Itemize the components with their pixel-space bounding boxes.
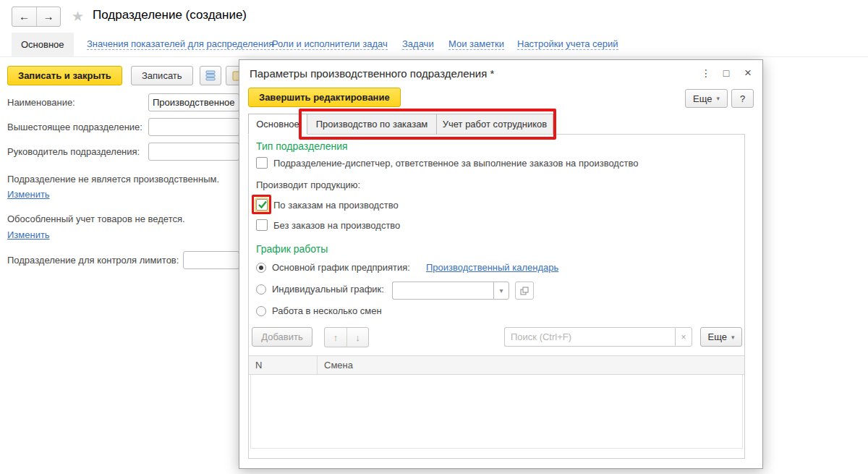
maximize-icon[interactable]: □ bbox=[718, 66, 734, 80]
dispatcher-checkbox[interactable] bbox=[256, 157, 268, 169]
change-accounting-link[interactable]: Изменить bbox=[7, 229, 50, 240]
arrow-down-icon: ↓ bbox=[355, 332, 360, 343]
move-up-button[interactable]: ↑ bbox=[325, 328, 346, 347]
list-stack-icon bbox=[205, 70, 216, 81]
column-header-shift[interactable]: Смена bbox=[318, 356, 744, 374]
forward-button[interactable]: → bbox=[36, 7, 60, 26]
schedule-section-heading: График работы bbox=[256, 243, 328, 255]
table-more-label: Еще bbox=[708, 331, 727, 342]
history-nav: ← → bbox=[12, 7, 61, 27]
shift-search: × bbox=[504, 327, 692, 347]
add-shift-button[interactable]: Добавить bbox=[252, 327, 312, 347]
forward-icon: → bbox=[43, 10, 54, 22]
save-close-button[interactable]: Записать и закрыть bbox=[7, 66, 122, 85]
dialog-tab-production-by-orders[interactable]: Производство по заказам bbox=[307, 114, 437, 135]
without-orders-checkbox-row: Без заказов на производство bbox=[256, 219, 400, 231]
navbar-divider bbox=[0, 56, 868, 57]
limits-input[interactable] bbox=[183, 251, 239, 269]
clear-search-icon[interactable]: × bbox=[675, 327, 692, 347]
save-button[interactable]: Записать bbox=[131, 66, 193, 85]
shifts-radio[interactable] bbox=[256, 306, 266, 316]
open-in-window-icon bbox=[520, 287, 529, 295]
combo-caret-icon[interactable]: ▾ bbox=[493, 282, 509, 300]
by-orders-checkbox-row: По заказам на производство bbox=[256, 199, 399, 211]
not-production-text: Подразделение не является производственн… bbox=[7, 174, 219, 185]
main-schedule-label: Основной график предприятия: bbox=[272, 262, 410, 273]
back-icon: ← bbox=[19, 10, 30, 22]
main-schedule-radio[interactable] bbox=[256, 263, 266, 273]
dialog-tab-main[interactable]: Основное bbox=[248, 114, 307, 135]
dialog-tab-employee-work[interactable]: Учет работ сотрудников bbox=[436, 114, 553, 135]
arrow-up-icon: ↑ bbox=[333, 332, 339, 343]
parent-input[interactable] bbox=[148, 118, 239, 136]
caret-down-icon: ▾ bbox=[716, 95, 720, 102]
shifts-label: Работа в несколько смен bbox=[272, 305, 382, 316]
close-icon[interactable]: × bbox=[740, 66, 756, 80]
manager-label: Руководитель подразделения: bbox=[7, 146, 140, 157]
back-button[interactable]: ← bbox=[12, 7, 36, 26]
by-orders-label: По заказам на производство bbox=[273, 200, 399, 211]
by-orders-checkbox[interactable] bbox=[256, 199, 268, 211]
structure-list-button[interactable] bbox=[200, 66, 221, 85]
change-production-link[interactable]: Изменить bbox=[7, 189, 50, 200]
open-schedule-button[interactable] bbox=[515, 282, 534, 300]
move-row-buttons: ↑ ↓ bbox=[324, 327, 369, 347]
move-down-button[interactable]: ↓ bbox=[346, 328, 368, 347]
type-section-heading: Тип подразделения bbox=[256, 140, 348, 152]
individual-schedule-input[interactable] bbox=[392, 282, 493, 300]
separate-accounting-text: Обособленный учет товаров не ведется. bbox=[7, 213, 185, 224]
kebab-menu-icon[interactable]: ⋮ bbox=[698, 66, 714, 80]
navlink-tasks[interactable]: Задачи bbox=[402, 38, 434, 50]
shifts-radio-row: Работа в несколько смен bbox=[256, 305, 382, 316]
name-input[interactable] bbox=[148, 93, 239, 111]
navlink-roles[interactable]: Роли и исполнители задач bbox=[272, 38, 388, 50]
favorite-star-icon[interactable]: ★ bbox=[72, 8, 84, 25]
production-calendar-link[interactable]: Производственный календарь bbox=[426, 262, 558, 273]
dialog-more-button[interactable]: Еще ▾ bbox=[685, 89, 728, 108]
more-label: Еще bbox=[693, 93, 712, 104]
check-icon bbox=[258, 200, 268, 210]
tab-main[interactable]: Основное bbox=[12, 33, 74, 56]
individual-schedule-radio[interactable] bbox=[256, 284, 266, 295]
shift-table-header: N Смена bbox=[249, 355, 744, 375]
navlink-notes[interactable]: Мои заметки bbox=[448, 38, 504, 50]
dispatcher-label: Подразделение-диспетчер, ответственное з… bbox=[273, 158, 638, 169]
page-title: Подразделение (создание) bbox=[93, 8, 247, 22]
produces-label: Производит продукцию: bbox=[256, 179, 360, 190]
navlink-distribution-values[interactable]: Значения показателей для распределения bbox=[87, 38, 273, 50]
help-button[interactable]: ? bbox=[731, 89, 754, 108]
add-label: Добавить bbox=[261, 331, 302, 342]
individual-schedule-combo: ▾ bbox=[392, 282, 509, 300]
dispatcher-checkbox-row: Подразделение-диспетчер, ответственное з… bbox=[256, 157, 638, 169]
dialog-title: Параметры производственного подразделени… bbox=[250, 67, 494, 80]
individual-schedule-label: Индивидуальный график: bbox=[272, 284, 384, 295]
production-parameters-dialog: Параметры производственного подразделени… bbox=[239, 59, 763, 469]
column-header-n[interactable]: N bbox=[249, 356, 318, 374]
search-input[interactable] bbox=[504, 327, 675, 347]
parent-label: Вышестоящее подразделение: bbox=[7, 122, 142, 132]
dialog-tab-content: Тип подразделения Подразделение-диспетче… bbox=[248, 134, 745, 459]
name-label: Наименование: bbox=[7, 97, 75, 108]
table-more-button[interactable]: Еще ▾ bbox=[700, 327, 742, 347]
without-orders-checkbox[interactable] bbox=[256, 219, 268, 231]
shift-table-body[interactable] bbox=[250, 375, 743, 449]
without-orders-label: Без заказов на производство bbox=[273, 220, 400, 231]
limits-label: Подразделение для контроля лимитов: bbox=[7, 255, 179, 266]
manager-input[interactable] bbox=[148, 143, 239, 161]
finish-editing-button[interactable]: Завершить редактирование bbox=[248, 88, 401, 107]
navlink-series-settings[interactable]: Настройки учета серий bbox=[517, 38, 618, 50]
main-schedule-radio-row: Основной график предприятия: Производств… bbox=[256, 262, 558, 273]
caret-down-icon: ▾ bbox=[731, 334, 735, 341]
individual-schedule-radio-row: Индивидуальный график: bbox=[256, 284, 384, 295]
